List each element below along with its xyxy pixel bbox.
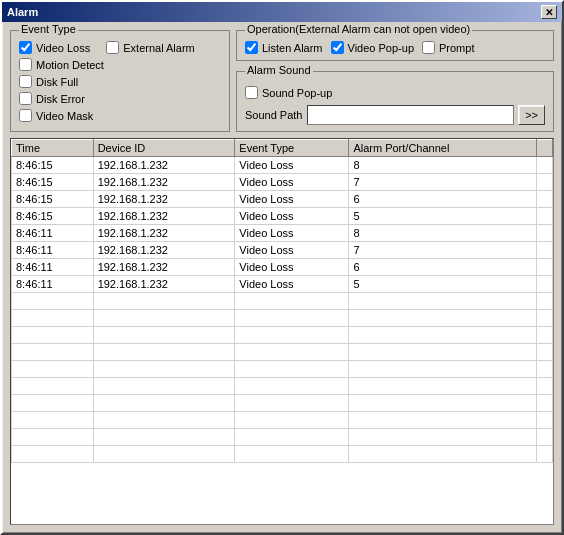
browse-button[interactable]: >> bbox=[518, 105, 545, 125]
table-row: 8:46:11 192.168.1.232 Video Loss 5 bbox=[12, 276, 553, 293]
cell-alarm-port: 5 bbox=[349, 208, 537, 225]
table-row-empty bbox=[12, 344, 553, 361]
table-row: 8:46:15 192.168.1.232 Video Loss 7 bbox=[12, 174, 553, 191]
table-row-empty bbox=[12, 395, 553, 412]
disk-error-row: Disk Error bbox=[19, 92, 221, 105]
col-alarm-port: Alarm Port/Channel bbox=[349, 140, 537, 157]
prompt-checkbox[interactable] bbox=[422, 41, 435, 54]
cell-event-type: Video Loss bbox=[235, 276, 349, 293]
col-extra bbox=[536, 140, 552, 157]
operation-title: Operation(External Alarm can not open vi… bbox=[245, 23, 472, 35]
video-loss-checkbox[interactable] bbox=[19, 41, 32, 54]
cell-extra bbox=[536, 259, 552, 276]
disk-error-label: Disk Error bbox=[36, 93, 85, 105]
col-device-id: Device ID bbox=[93, 140, 235, 157]
table-row: 8:46:11 192.168.1.232 Video Loss 8 bbox=[12, 225, 553, 242]
table-header-row: Time Device ID Event Type Alarm Port/Cha… bbox=[12, 140, 553, 157]
cell-event-type: Video Loss bbox=[235, 208, 349, 225]
close-button[interactable]: ✕ bbox=[541, 5, 557, 19]
disk-error-checkbox[interactable] bbox=[19, 92, 32, 105]
cell-extra bbox=[536, 242, 552, 259]
cell-extra bbox=[536, 174, 552, 191]
cell-device-id: 192.168.1.232 bbox=[93, 259, 235, 276]
table-row-empty bbox=[12, 378, 553, 395]
cell-event-type: Video Loss bbox=[235, 225, 349, 242]
prompt-label: Prompt bbox=[439, 42, 474, 54]
right-panel: Operation(External Alarm can not open vi… bbox=[236, 30, 554, 132]
cell-time: 8:46:11 bbox=[12, 225, 94, 242]
video-mask-checkbox[interactable] bbox=[19, 109, 32, 122]
table-row-empty bbox=[12, 412, 553, 429]
alarm-sound-group: Alarm Sound Sound Pop-up Sound Path >> bbox=[236, 71, 554, 132]
video-mask-label: Video Mask bbox=[36, 110, 93, 122]
video-loss-label: Video Loss bbox=[36, 42, 90, 54]
cell-extra bbox=[536, 191, 552, 208]
cell-time: 8:46:11 bbox=[12, 259, 94, 276]
disk-full-checkbox[interactable] bbox=[19, 75, 32, 88]
cell-time: 8:46:11 bbox=[12, 276, 94, 293]
video-loss-row: Video Loss External Alarm bbox=[19, 41, 221, 54]
sound-path-input[interactable] bbox=[307, 105, 515, 125]
motion-detect-row: Motion Detect bbox=[19, 58, 221, 71]
disk-full-row: Disk Full bbox=[19, 75, 221, 88]
cell-time: 8:46:15 bbox=[12, 208, 94, 225]
disk-full-label: Disk Full bbox=[36, 76, 78, 88]
listen-alarm-checkbox[interactable] bbox=[245, 41, 258, 54]
cell-alarm-port: 8 bbox=[349, 157, 537, 174]
event-type-title: Event Type bbox=[19, 23, 78, 35]
table-row: 8:46:11 192.168.1.232 Video Loss 7 bbox=[12, 242, 553, 259]
cell-event-type: Video Loss bbox=[235, 259, 349, 276]
table-row: 8:46:15 192.168.1.232 Video Loss 8 bbox=[12, 157, 553, 174]
table-row-empty bbox=[12, 293, 553, 310]
cell-extra bbox=[536, 157, 552, 174]
cell-device-id: 192.168.1.232 bbox=[93, 276, 235, 293]
content-area: Event Type Video Loss External Alarm Mot… bbox=[2, 22, 562, 533]
cell-extra bbox=[536, 208, 552, 225]
cell-time: 8:46:15 bbox=[12, 191, 94, 208]
sound-popup-checkbox[interactable] bbox=[245, 86, 258, 99]
data-table-container: Time Device ID Event Type Alarm Port/Cha… bbox=[10, 138, 554, 525]
cell-event-type: Video Loss bbox=[235, 174, 349, 191]
col-event-type: Event Type bbox=[235, 140, 349, 157]
cell-event-type: Video Loss bbox=[235, 191, 349, 208]
listen-alarm-label: Listen Alarm bbox=[262, 42, 323, 54]
table-row-empty bbox=[12, 446, 553, 463]
table-row: 8:46:11 192.168.1.232 Video Loss 6 bbox=[12, 259, 553, 276]
cell-extra bbox=[536, 225, 552, 242]
sound-path-row: Sound Path >> bbox=[245, 105, 545, 125]
cell-device-id: 192.168.1.232 bbox=[93, 208, 235, 225]
col-time: Time bbox=[12, 140, 94, 157]
cell-alarm-port: 5 bbox=[349, 276, 537, 293]
external-alarm-label: External Alarm bbox=[123, 42, 195, 54]
table-row-empty bbox=[12, 310, 553, 327]
cell-time: 8:46:15 bbox=[12, 157, 94, 174]
cell-device-id: 192.168.1.232 bbox=[93, 157, 235, 174]
video-mask-row: Video Mask bbox=[19, 109, 221, 122]
motion-detect-label: Motion Detect bbox=[36, 59, 104, 71]
sound-path-label: Sound Path bbox=[245, 109, 303, 121]
video-popup-checkbox[interactable] bbox=[331, 41, 344, 54]
cell-device-id: 192.168.1.232 bbox=[93, 174, 235, 191]
cell-device-id: 192.168.1.232 bbox=[93, 242, 235, 259]
event-type-group: Event Type Video Loss External Alarm Mot… bbox=[10, 30, 230, 132]
operation-group: Operation(External Alarm can not open vi… bbox=[236, 30, 554, 61]
external-alarm-checkbox[interactable] bbox=[106, 41, 119, 54]
cell-alarm-port: 7 bbox=[349, 242, 537, 259]
cell-alarm-port: 8 bbox=[349, 225, 537, 242]
cell-device-id: 192.168.1.232 bbox=[93, 191, 235, 208]
cell-alarm-port: 6 bbox=[349, 191, 537, 208]
table-row: 8:46:15 192.168.1.232 Video Loss 5 bbox=[12, 208, 553, 225]
cell-time: 8:46:15 bbox=[12, 174, 94, 191]
table-row-empty bbox=[12, 361, 553, 378]
table-body: 8:46:15 192.168.1.232 Video Loss 8 8:46:… bbox=[12, 157, 553, 463]
table-row-empty bbox=[12, 327, 553, 344]
cell-alarm-port: 6 bbox=[349, 259, 537, 276]
cell-extra bbox=[536, 276, 552, 293]
cell-event-type: Video Loss bbox=[235, 242, 349, 259]
motion-detect-checkbox[interactable] bbox=[19, 58, 32, 71]
alarm-window: Alarm ✕ Event Type Video Loss External A… bbox=[0, 0, 564, 535]
cell-alarm-port: 7 bbox=[349, 174, 537, 191]
cell-time: 8:46:11 bbox=[12, 242, 94, 259]
top-panels: Event Type Video Loss External Alarm Mot… bbox=[10, 30, 554, 132]
sound-popup-row: Sound Pop-up bbox=[245, 86, 545, 99]
